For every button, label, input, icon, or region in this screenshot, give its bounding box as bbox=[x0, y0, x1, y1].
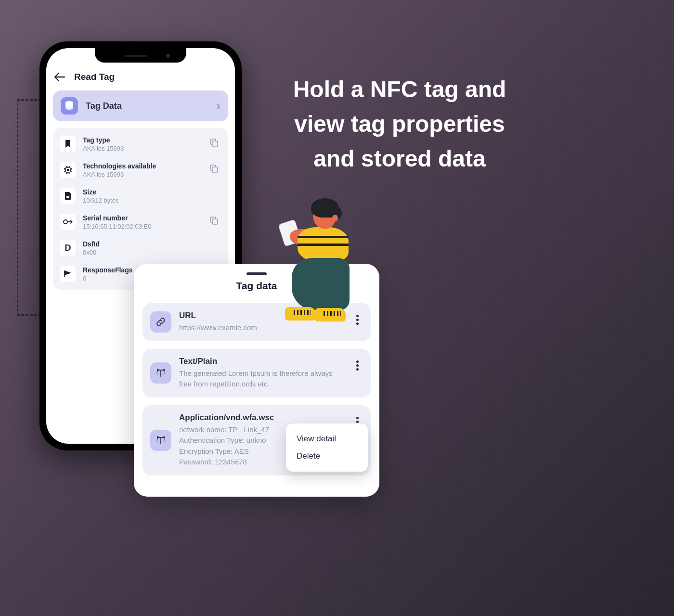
more-button[interactable] bbox=[351, 360, 363, 371]
property-label: Technologies available bbox=[83, 162, 202, 170]
copy-icon bbox=[209, 216, 219, 225]
property-row: Technologies available AKA ios 15693 bbox=[56, 157, 225, 183]
property-row: Serial number 15:16:65:11:02:02:03:E0 bbox=[56, 209, 225, 235]
property-label: DsfId bbox=[83, 240, 221, 248]
property-value: 10/312 bytes bbox=[83, 197, 221, 204]
record-title: Text/Plain bbox=[179, 357, 344, 366]
property-value: AKA ios 15693 bbox=[83, 171, 202, 178]
tag-data-label: Tag Data bbox=[86, 101, 208, 111]
record-title: Application/vnd.wfa.wsc bbox=[179, 413, 344, 423]
property-label: Size bbox=[83, 188, 221, 196]
chip-icon bbox=[60, 162, 76, 178]
property-label: Tag type bbox=[83, 136, 202, 144]
tag-data-button[interactable]: Tag Data › bbox=[53, 90, 228, 121]
svg-rect-8 bbox=[66, 197, 69, 198]
phone-notch bbox=[95, 48, 186, 63]
flag-icon bbox=[60, 266, 76, 282]
property-value: AKA ios 15693 bbox=[83, 145, 202, 152]
app-header: Read Tag bbox=[53, 69, 228, 90]
menu-delete[interactable]: Delete bbox=[296, 448, 358, 465]
copy-button[interactable] bbox=[209, 164, 221, 176]
svg-point-9 bbox=[64, 220, 67, 224]
marketing-headline: Hold a NFC tag and view tag properties a… bbox=[274, 72, 525, 176]
bookmark-icon bbox=[60, 136, 76, 152]
menu-view-detail[interactable]: View detail bbox=[296, 430, 358, 448]
arrow-left-icon bbox=[54, 73, 65, 81]
property-value: 15:16:65:11:02:02:03:E0 bbox=[83, 223, 202, 230]
storage-icon bbox=[60, 188, 76, 204]
property-row: Tag type AKA ios 15693 bbox=[56, 131, 225, 157]
person-illustration bbox=[271, 200, 352, 325]
property-row: Size 10/312 bytes bbox=[56, 183, 225, 209]
record-text: The generated Lorem Ipsum is therefore a… bbox=[179, 368, 344, 390]
context-menu: View detail Delete bbox=[286, 424, 368, 472]
database-icon bbox=[61, 97, 78, 115]
svg-rect-4 bbox=[67, 169, 69, 171]
svg-rect-6 bbox=[212, 167, 218, 172]
svg-rect-7 bbox=[66, 196, 69, 197]
property-label: Serial number bbox=[83, 214, 202, 222]
link-icon bbox=[150, 311, 171, 333]
sheet-handle[interactable] bbox=[246, 272, 267, 275]
page-title: Read Tag bbox=[74, 72, 115, 82]
property-value: 0x00 bbox=[83, 249, 221, 256]
svg-rect-11 bbox=[212, 219, 218, 224]
back-button[interactable] bbox=[54, 71, 65, 83]
copy-button[interactable] bbox=[209, 138, 221, 150]
more-button[interactable] bbox=[351, 315, 363, 325]
copy-button[interactable] bbox=[209, 216, 221, 228]
svg-rect-2 bbox=[212, 141, 218, 146]
record-item[interactable]: Text/Plain The generated Lorem Ipsum is … bbox=[143, 349, 371, 398]
chevron-right-icon: › bbox=[216, 98, 220, 114]
copy-icon bbox=[209, 138, 219, 147]
letter-d-icon: D bbox=[60, 240, 76, 256]
key-icon bbox=[60, 214, 76, 230]
text-icon bbox=[150, 430, 171, 451]
property-row: D DsfId 0x00 bbox=[56, 235, 225, 261]
copy-icon bbox=[209, 164, 219, 173]
text-icon bbox=[150, 362, 171, 384]
